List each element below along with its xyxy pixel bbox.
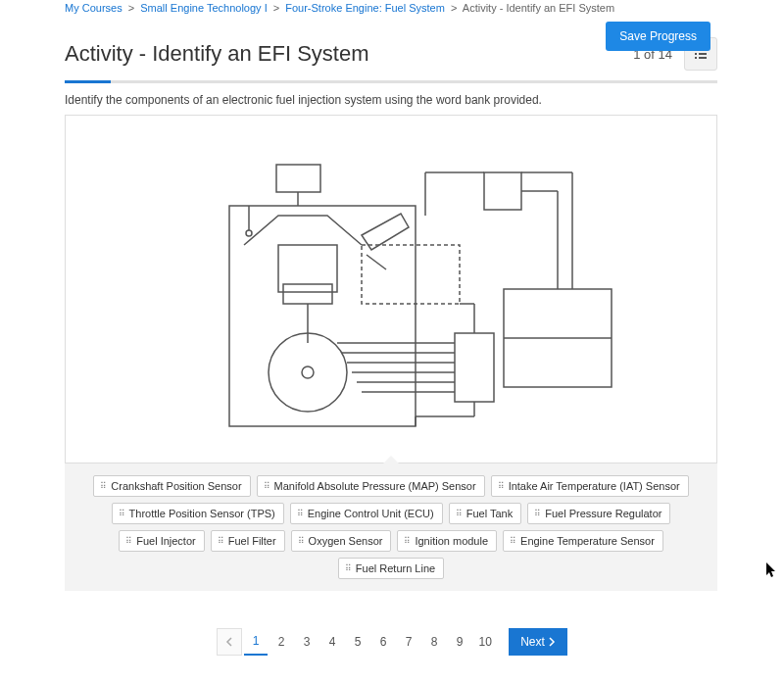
- svg-rect-3: [699, 53, 707, 55]
- breadcrumb-link-my-courses[interactable]: My Courses: [65, 2, 122, 14]
- chip-label: Oxygen Sensor: [309, 535, 383, 547]
- svg-rect-18: [484, 172, 521, 210]
- diagram-frame: [65, 115, 717, 463]
- progress-bar: [65, 80, 717, 83]
- grip-icon: ⠿: [125, 536, 131, 546]
- chip-label: Fuel Injector: [136, 535, 196, 547]
- grip-icon: ⠿: [510, 536, 515, 546]
- chevron-right-icon: [549, 637, 556, 647]
- svg-point-10: [269, 333, 347, 412]
- grip-icon: ⠿: [100, 481, 106, 491]
- page-number-4[interactable]: 4: [320, 628, 344, 656]
- breadcrumb-link-course[interactable]: Small Engine Technology I: [140, 2, 267, 14]
- breadcrumb-separator: >: [128, 2, 134, 14]
- svg-rect-15: [362, 245, 460, 304]
- grip-icon: ⠿: [534, 509, 540, 518]
- chip-label: Engine Control Unit (ECU): [308, 508, 434, 519]
- word-bank-chip[interactable]: ⠿Engine Control Unit (ECU): [290, 503, 443, 524]
- grip-icon: ⠿: [456, 509, 462, 518]
- word-bank-chip[interactable]: ⠿Ignition module: [397, 530, 497, 552]
- breadcrumb-separator: >: [273, 2, 279, 14]
- breadcrumb-link-unit[interactable]: Four-Stroke Engine: Fuel System: [285, 2, 445, 14]
- chip-label: Fuel Pressure Regulator: [545, 508, 662, 519]
- word-bank-chip[interactable]: ⠿Fuel Return Line: [338, 558, 444, 579]
- svg-rect-21: [455, 333, 494, 402]
- page-title: Activity - Identify an EFI System: [65, 41, 369, 67]
- progress-fill: [65, 80, 111, 83]
- breadcrumb-separator: >: [451, 2, 457, 14]
- chip-label: Fuel Filter: [228, 535, 276, 547]
- word-bank-chip[interactable]: ⠿Fuel Filter: [211, 530, 285, 552]
- breadcrumb: My Courses > Small Engine Technology I >…: [0, 0, 784, 20]
- breadcrumb-current: Activity - Identify an EFI System: [463, 2, 614, 14]
- grip-icon: ⠿: [218, 536, 223, 546]
- chip-label: Crankshaft Position Sensor: [111, 480, 241, 492]
- grip-icon: ⠿: [345, 563, 351, 573]
- word-bank-chip[interactable]: ⠿Throttle Position Sensor (TPS): [112, 503, 284, 524]
- chip-label: Throttle Position Sensor (TPS): [129, 508, 275, 519]
- word-bank-chip[interactable]: ⠿Manifold Absolute Pressure (MAP) Sensor: [257, 475, 485, 497]
- efi-diagram-svg: [161, 137, 621, 441]
- mouse-cursor-icon: [766, 562, 778, 581]
- page-number-1[interactable]: 1: [244, 628, 268, 656]
- next-label: Next: [520, 635, 545, 649]
- word-bank-chip[interactable]: ⠿Oxygen Sensor: [291, 530, 392, 552]
- svg-point-13: [246, 230, 252, 236]
- grip-icon: ⠿: [298, 536, 304, 546]
- word-bank-chip[interactable]: ⠿Fuel Tank: [449, 503, 522, 524]
- page-number-6[interactable]: 6: [371, 628, 395, 656]
- word-bank-chip[interactable]: ⠿Fuel Pressure Regulator: [527, 503, 670, 524]
- page-number-7[interactable]: 7: [397, 628, 420, 656]
- next-page-button[interactable]: Next: [509, 628, 567, 656]
- chip-label: Ignition module: [415, 535, 488, 547]
- svg-rect-6: [229, 206, 416, 426]
- word-bank-chip[interactable]: ⠿Intake Air Temperature (IAT) Sensor: [491, 475, 689, 497]
- prev-page-button[interactable]: [217, 628, 242, 656]
- grip-icon: ⠿: [498, 481, 504, 491]
- page-number-3[interactable]: 3: [295, 628, 318, 656]
- word-bank-chip[interactable]: ⠿Engine Temperature Sensor: [503, 530, 663, 552]
- chevron-left-icon: [225, 637, 233, 647]
- word-bank-chip[interactable]: ⠿Fuel Injector: [119, 530, 205, 552]
- word-bank-chip[interactable]: ⠿Crankshaft Position Sensor: [93, 475, 250, 497]
- svg-rect-16: [276, 165, 320, 192]
- chip-label: Manifold Absolute Pressure (MAP) Sensor: [274, 480, 476, 492]
- grip-icon: ⠿: [264, 481, 270, 491]
- svg-rect-8: [283, 284, 332, 304]
- page-number-5[interactable]: 5: [346, 628, 369, 656]
- word-bank: ⠿Crankshaft Position Sensor ⠿Manifold Ab…: [65, 463, 717, 591]
- pagination: 1 2 3 4 5 6 7 8 9 10 Next: [0, 628, 784, 656]
- chip-label: Intake Air Temperature (IAT) Sensor: [509, 480, 680, 492]
- save-progress-button[interactable]: Save Progress: [606, 22, 710, 51]
- svg-rect-2: [695, 53, 697, 55]
- svg-point-11: [302, 366, 314, 378]
- grip-icon: ⠿: [297, 509, 303, 518]
- chip-label: Fuel Tank: [466, 508, 514, 519]
- page-number-10[interactable]: 10: [473, 628, 497, 656]
- grip-icon: ⠿: [119, 509, 124, 518]
- page-number-9[interactable]: 9: [448, 628, 471, 656]
- chip-label: Engine Temperature Sensor: [520, 535, 655, 547]
- grip-icon: ⠿: [404, 536, 410, 546]
- page-number-2[interactable]: 2: [270, 628, 293, 656]
- svg-rect-5: [699, 57, 707, 59]
- svg-rect-7: [278, 245, 337, 292]
- instruction-text: Identify the components of an electronic…: [65, 93, 717, 107]
- efi-diagram[interactable]: [72, 122, 710, 457]
- page-number-8[interactable]: 8: [422, 628, 446, 656]
- chip-label: Fuel Return Line: [356, 562, 435, 574]
- svg-rect-4: [695, 57, 697, 59]
- svg-line-14: [367, 255, 386, 269]
